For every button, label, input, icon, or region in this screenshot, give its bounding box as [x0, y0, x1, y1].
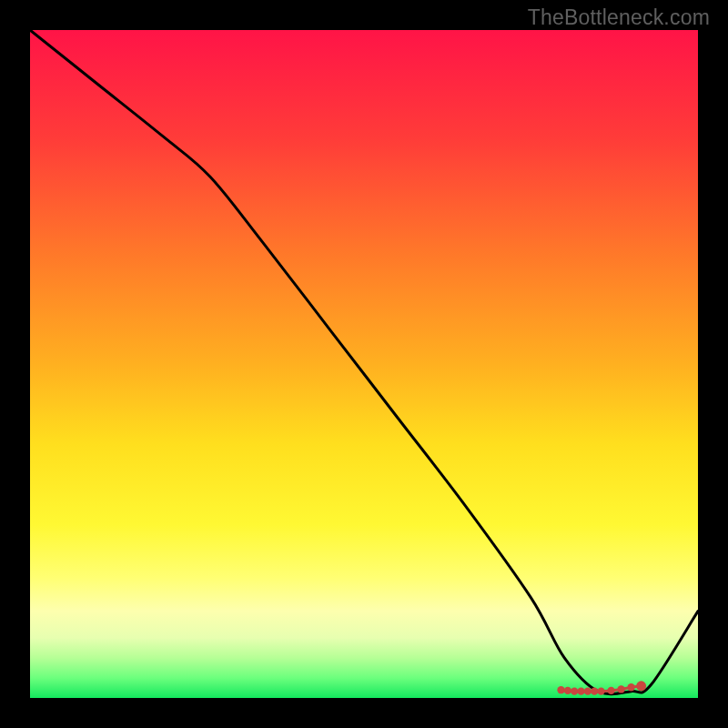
watermark-text: TheBottleneck.com: [528, 5, 710, 30]
marker-dot: [571, 687, 578, 694]
marker-dot: [564, 687, 571, 694]
chart-stage: TheBottleneck.com: [0, 0, 728, 728]
marker-dot: [617, 685, 624, 693]
marker-dot: [627, 683, 634, 691]
marker-dot: [597, 687, 604, 694]
plot-overlay: [30, 30, 698, 698]
plot-area: [27, 27, 701, 701]
marker-dot: [577, 687, 584, 694]
marker-dot: [584, 687, 592, 694]
marker-dot: [557, 686, 564, 693]
bottleneck-curve: [30, 30, 698, 694]
marker-dot: [591, 687, 598, 694]
marker-dot: [607, 687, 614, 694]
optimal-range-markers: [557, 681, 646, 694]
marker-dot-end: [636, 681, 646, 691]
